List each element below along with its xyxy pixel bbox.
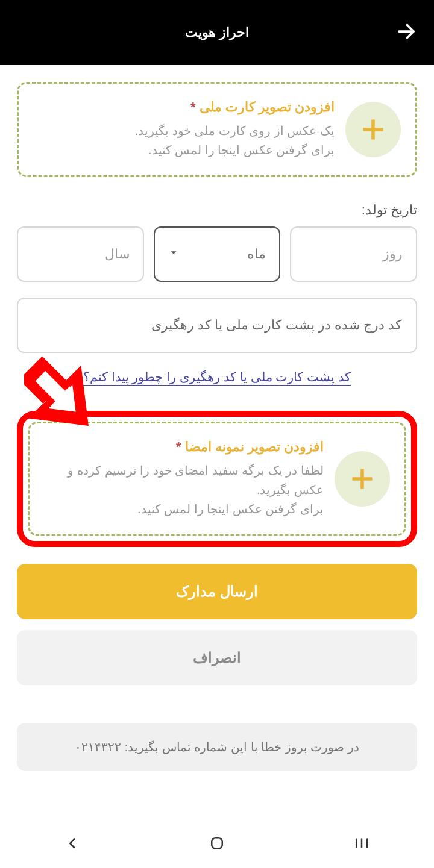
submit-button[interactable]: ارسال مدارک (17, 564, 417, 619)
birth-date-label: تاریخ تولد: (17, 202, 417, 218)
help-link[interactable]: کد پشت کارت ملی یا کد رهگیری را چطور پید… (83, 370, 351, 386)
tracking-code-input[interactable]: کد درج شده در پشت کارت ملی یا کد رهگیری (17, 298, 417, 353)
year-field[interactable]: سال (17, 226, 144, 282)
cancel-button[interactable]: انصراف (17, 630, 417, 685)
nav-back-icon[interactable] (60, 834, 84, 852)
header-bar: احراز هویت (0, 0, 434, 65)
upload-id-card-box[interactable]: افزودن تصویر کارت ملی * یک عکس از روی کا… (17, 82, 417, 177)
day-field[interactable]: روز (290, 226, 417, 282)
upload-id-title: افزودن تصویر کارت ملی * (33, 99, 335, 115)
month-field[interactable]: ماه (154, 226, 281, 282)
upload-id-desc: یک عکس از روی کارت ملی خود بگیرید. برای … (33, 121, 335, 160)
chevron-down-icon (167, 246, 180, 263)
plus-icon (335, 451, 390, 507)
plus-icon (345, 102, 401, 157)
upload-sig-title: افزودن تصویر نمونه امضا * (44, 439, 324, 455)
nav-home-icon[interactable] (205, 834, 229, 852)
error-contact-box: در صورت بروز خطا با این شماره تماس بگیری… (17, 723, 417, 771)
upload-sig-desc: لطفا در یک برگه سفید امضای خود را ترسیم … (44, 461, 324, 519)
highlight-annotation: افزودن تصویر نمونه امضا * لطفا در یک برگ… (17, 411, 417, 547)
back-arrow-icon[interactable] (395, 20, 417, 45)
system-nav-bar (0, 819, 434, 868)
upload-signature-box[interactable]: افزودن تصویر نمونه امضا * لطفا در یک برگ… (28, 422, 406, 536)
header-title: احراز هویت (185, 25, 249, 40)
svg-rect-8 (212, 838, 222, 849)
nav-recent-icon[interactable] (350, 834, 374, 852)
